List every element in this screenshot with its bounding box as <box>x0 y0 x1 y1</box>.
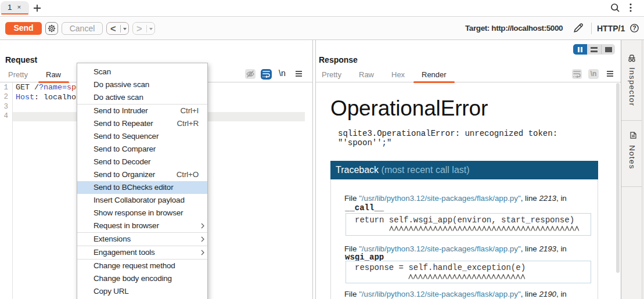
svg-text:?: ? <box>632 24 636 31</box>
